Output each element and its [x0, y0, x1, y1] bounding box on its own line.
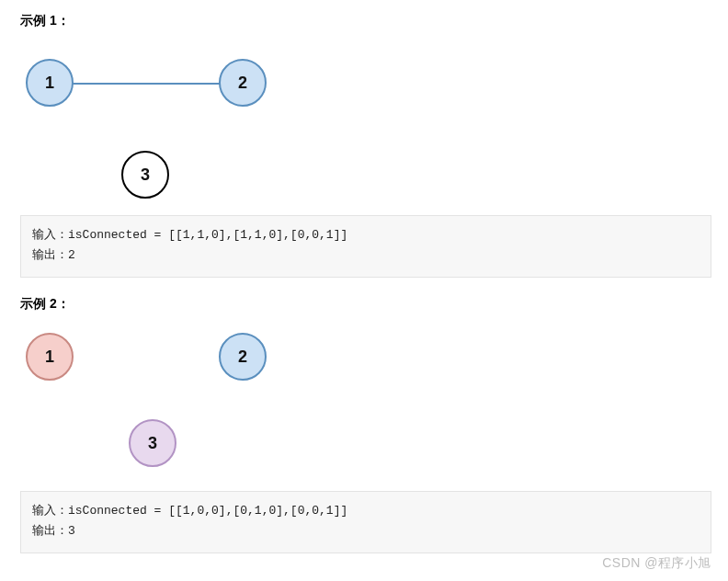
- watermark: CSDN @程序小旭: [602, 555, 711, 572]
- example-1-title: 示例 1：: [20, 13, 711, 29]
- example-2-diagram: 1 2 3: [20, 324, 711, 491]
- graph-node-2: 2: [219, 333, 267, 381]
- example-2-codeblock: 输入：isConnected = [[1,0,0],[0,1,0],[0,0,1…: [20, 491, 711, 553]
- example-1-codeblock: 输入：isConnected = [[1,1,0],[1,1,0],[0,0,1…: [20, 215, 711, 278]
- output-value: 3: [68, 524, 75, 538]
- graph-node-1: 1: [26, 59, 74, 107]
- graph-node-label: 2: [238, 74, 247, 93]
- output-label: 输出：: [32, 524, 68, 538]
- input-label: 输入：: [32, 228, 68, 242]
- graph-node-label: 1: [45, 347, 54, 367]
- output-label: 输出：: [32, 248, 68, 262]
- graph-node-label: 3: [148, 434, 157, 453]
- graph-node-label: 2: [238, 347, 247, 367]
- example-2-title: 示例 2：: [20, 296, 711, 313]
- graph-node-3: 3: [129, 419, 176, 467]
- input-value: isConnected = [[1,1,0],[1,1,0],[0,0,1]]: [68, 228, 347, 242]
- graph-node-2: 2: [219, 59, 267, 107]
- output-value: 2: [68, 248, 75, 262]
- graph-node-1: 1: [26, 333, 74, 381]
- graph-node-3: 3: [121, 151, 169, 199]
- graph-node-label: 1: [45, 74, 54, 93]
- input-label: 输入：: [32, 504, 68, 518]
- graph-node-label: 3: [141, 165, 150, 185]
- input-value: isConnected = [[1,0,0],[0,1,0],[0,0,1]]: [68, 504, 347, 518]
- example-1-diagram: 1 2 3: [20, 40, 711, 215]
- edge-1-2: [72, 83, 221, 85]
